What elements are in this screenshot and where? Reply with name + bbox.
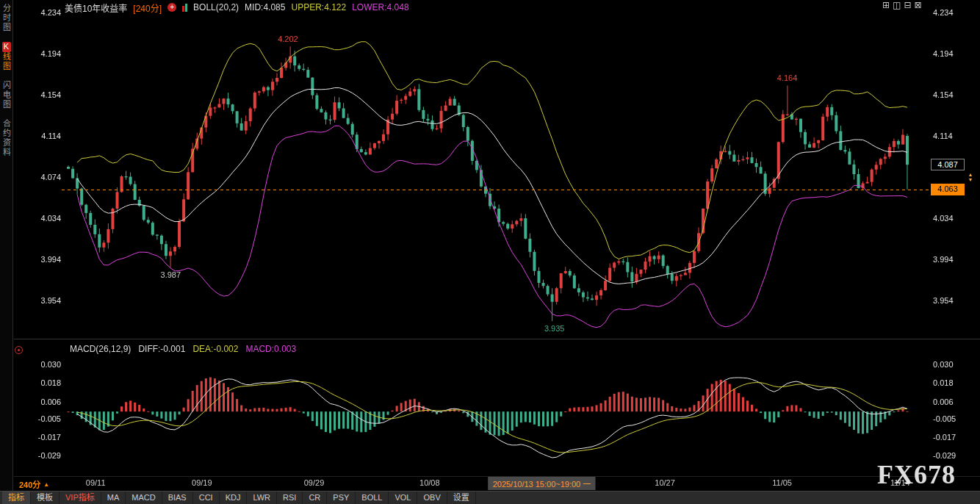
toolbar-boll[interactable]: BOLL — [356, 492, 389, 504]
boll-mid-value: MID:4.085 — [245, 2, 285, 12]
boll-lower-value: LOWER:4.048 — [352, 2, 408, 12]
indicator-settings-icon[interactable] — [15, 346, 23, 354]
sidebar-tab-flash-chart[interactable]: 闪电图 — [1, 81, 12, 109]
toolbar-cci[interactable]: CCI — [193, 492, 220, 504]
macd-header: MACD(26,12,9) DIFF:-0.001 DEA:-0.002 MAC… — [70, 344, 296, 354]
toolbar-templates[interactable]: 模板 — [31, 492, 60, 504]
symbol-title: 美债10年收益率 — [65, 1, 127, 14]
layout-grid-icon[interactable]: ⊞ — [882, 1, 890, 10]
toolbar-psy[interactable]: PSY — [327, 492, 356, 504]
layout-vertical-split-icon[interactable]: ◫ — [893, 1, 901, 10]
toolbar-vip-indicators[interactable]: VIP指标 — [60, 492, 101, 504]
toolbar-vol[interactable]: VOL — [389, 492, 417, 504]
toolbar-kdj[interactable]: KDJ — [220, 492, 248, 504]
toolbar-obv[interactable]: OBV — [417, 492, 447, 504]
period-label[interactable]: [240分] — [133, 1, 162, 14]
toolbar-cr[interactable]: CR — [303, 492, 327, 504]
sidebar-tab-kline-chart[interactable]: K线图 — [1, 42, 12, 71]
macd-params-label: MACD(26,12,9) — [70, 344, 131, 354]
window-layout-icons: ⊞◫⊟⊠ — [882, 1, 922, 10]
chevron-up-icon: ▲ — [43, 481, 49, 488]
price-scale-arrows[interactable]: ▴▾ — [967, 172, 974, 182]
layout-close-icon[interactable]: ⊠ — [914, 1, 921, 10]
toolbar-ma[interactable]: MA — [101, 492, 126, 504]
kline-style-icon[interactable] — [182, 4, 187, 12]
toolbar-lwr[interactable]: LWR — [247, 492, 277, 504]
period-selector-label: 240分 — [19, 478, 40, 490]
sidebar-tab-time-chart[interactable]: 分时图 — [1, 4, 12, 32]
boll-upper-value: UPPER:4.122 — [291, 2, 346, 12]
left-sidebar: 分时图K线图闪电图合约资料 — [0, 0, 13, 491]
toolbar-bias[interactable]: BIAS — [162, 492, 193, 504]
toolbar-rsi[interactable]: RSI — [277, 492, 303, 504]
macd-bar-value: MACD:0.003 — [245, 344, 296, 354]
trading-app: 分时图K线图闪电图合约资料 美债10年收益率 [240分] + BOLL(20,… — [0, 0, 980, 504]
sidebar-tab-label: 线图 — [2, 52, 11, 71]
candlestick-macd-chart-canvas[interactable] — [0, 0, 980, 504]
period-selector[interactable]: 240分 ▲ — [19, 478, 49, 490]
add-overlay-icon[interactable]: + — [167, 3, 176, 12]
sidebar-tab-contract-info[interactable]: 合约资料 — [1, 119, 12, 157]
bottom-toolbar: 指标模板VIP指标MAMACDBIASCCIKDJLWRRSICRPSYBOLL… — [0, 491, 980, 504]
chart-header: 美债10年收益率 [240分] + BOLL(20,2) MID:4.085 U… — [65, 1, 409, 13]
last-price-badge: 4.087 — [931, 159, 965, 170]
macd-dea-value: DEA:-0.002 — [192, 344, 238, 354]
time-axis-divider — [14, 476, 980, 477]
reference-price-badge: 4.063 — [931, 184, 965, 195]
toolbar-settings[interactable]: 设置 — [447, 492, 476, 504]
layout-horizontal-split-icon[interactable]: ⊟ — [904, 1, 911, 10]
macd-diff-value: DIFF:-0.001 — [138, 344, 185, 354]
k-line-badge: K — [2, 42, 11, 52]
toolbar-indicators[interactable]: 指标 — [2, 492, 31, 504]
toolbar-macd[interactable]: MACD — [126, 492, 162, 504]
boll-params-label: BOLL(20,2) — [193, 2, 239, 12]
pane-divider — [14, 339, 980, 339]
watermark: FX678 — [877, 459, 956, 490]
